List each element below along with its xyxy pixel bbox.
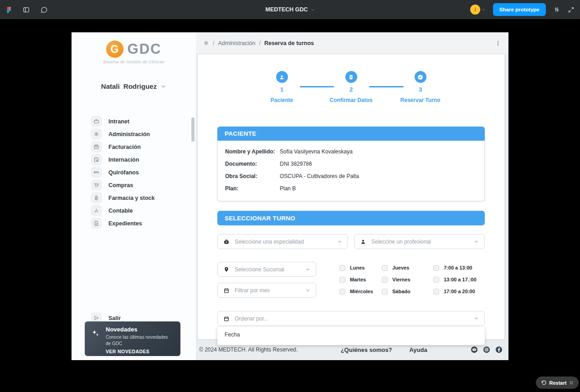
stepper: 1 Paciente 2 Confirmar Datos xyxy=(256,71,447,104)
specialty-professional-row: Seleccione una especialidad Selecci xyxy=(217,234,485,249)
specialty-placeholder: Seleccione una especialidad xyxy=(235,239,304,245)
checkbox-evening-slot[interactable]: 17:00 a 20:00 xyxy=(433,288,488,295)
reservation-panel: 1 Paciente 2 Confirmar Datos xyxy=(198,54,504,339)
restart-button[interactable]: Restart R xyxy=(536,377,579,389)
order-by-row: Ordenar por... xyxy=(217,311,485,326)
comment-icon[interactable] xyxy=(40,6,48,14)
branch-select[interactable]: Seleccione Sucursal xyxy=(217,262,316,277)
checkbox-viernes[interactable]: Viernes xyxy=(382,276,433,283)
logo-subtitle: Sistema de Gestión de Clínicas xyxy=(72,60,196,64)
field-value: DNI 3829786 xyxy=(280,158,312,170)
step-label: Paciente xyxy=(252,97,312,103)
breadcrumb-page: Reserva de turnos xyxy=(264,40,314,46)
sidebar-item-facturacion[interactable]: Facturación xyxy=(91,141,154,153)
sidebar-item-intranet[interactable]: Intranet xyxy=(91,116,154,127)
month-placeholder: Filtrar por mes xyxy=(235,287,270,294)
sidebar-item-expedientes[interactable]: Expedientes xyxy=(91,218,154,229)
checkbox[interactable] xyxy=(382,277,388,283)
breadcrumb-section[interactable]: Administración xyxy=(218,40,255,46)
patient-card-header: PACIENTE xyxy=(217,127,485,141)
social-links xyxy=(470,346,503,354)
specialty-select[interactable]: Seleccione una especialidad xyxy=(217,234,348,249)
checkbox-martes[interactable]: Martes xyxy=(339,276,382,283)
checkbox-lunes[interactable]: Lunes xyxy=(339,265,382,271)
news-cta-link[interactable]: VER NOVEDADES xyxy=(106,349,175,354)
checkbox[interactable] xyxy=(339,265,345,271)
sidebar-scrollbar[interactable] xyxy=(191,117,195,142)
kebab-menu-icon[interactable] xyxy=(495,40,501,46)
checkbox-jueves[interactable]: Jueves xyxy=(382,265,433,271)
avatar xyxy=(470,5,480,15)
patient-card-icon xyxy=(91,154,102,165)
calendar-icon xyxy=(223,316,230,322)
breadcrumb: / Administración / Reserva de turnos xyxy=(203,40,314,46)
patient-field-row: Obra Social: OSCUPA - Cultivadores de Pa… xyxy=(225,170,477,183)
order-by-placeholder: Ordenar por... xyxy=(235,316,268,322)
sidebar-item-quirofanos[interactable]: Quirófanos xyxy=(91,167,154,178)
professional-select[interactable]: Seleccine un profesional xyxy=(354,234,485,249)
user-menu[interactable]: Natali Rodriguez xyxy=(72,82,196,90)
checkbox[interactable] xyxy=(382,289,388,295)
order-by-select[interactable]: Ordenar por... xyxy=(217,311,485,326)
sidebar-item-farmacia[interactable]: Farmacia y stock xyxy=(91,192,154,204)
sidebar-item-compras[interactable]: Compras xyxy=(91,179,154,191)
sidebar-item-administracion[interactable]: Administración xyxy=(91,128,154,140)
checkbox[interactable] xyxy=(382,265,388,271)
chevron-down-icon xyxy=(482,8,486,11)
gdc-logo-icon: G xyxy=(106,41,123,58)
field-value: Plan B xyxy=(280,183,296,195)
checkbox[interactable] xyxy=(433,277,439,283)
field-label: Nombre y Apellido: xyxy=(225,146,280,158)
option-fecha[interactable]: Fecha xyxy=(225,331,477,338)
checkbox-afternoon-slot[interactable]: 13:00 a 17.:00 xyxy=(433,276,488,283)
step-label: Confirmar Datos xyxy=(322,97,381,103)
sidebar-item-contable[interactable]: Contable xyxy=(91,205,154,216)
checkbox-label: 7:00 a 13:00 xyxy=(444,265,472,270)
branch-placeholder: Seleccione Sucursal xyxy=(235,266,284,273)
chevron-down-icon xyxy=(474,239,479,244)
checkbox[interactable] xyxy=(433,265,439,271)
checkbox[interactable] xyxy=(339,289,345,295)
step-connector xyxy=(369,86,404,87)
checkbox-morning-slot[interactable]: 7:00 a 13:00 xyxy=(433,265,488,271)
screen: MEDTECH GDC Share prototype xyxy=(0,0,580,392)
checkbox[interactable] xyxy=(433,289,439,295)
checkbox-sabado[interactable]: Sábado xyxy=(382,288,433,295)
gear-icon xyxy=(203,40,209,46)
document-icon xyxy=(345,71,357,83)
news-card: Novedades Conoce las últimas novedades d… xyxy=(85,321,180,356)
figma-logo[interactable] xyxy=(5,6,12,13)
layout-toggle-icon[interactable] xyxy=(22,6,30,14)
youtube-icon[interactable] xyxy=(470,346,478,354)
prototype-title-menu[interactable]: MEDTECH GDC xyxy=(265,6,314,13)
facebook-icon[interactable] xyxy=(495,346,503,354)
fullscreen-icon[interactable] xyxy=(568,6,575,13)
checkbox-miercoles[interactable]: Miércoles xyxy=(339,288,382,295)
logo-text: GDC xyxy=(128,41,162,57)
user-avatar-menu[interactable] xyxy=(470,5,486,15)
checkbox-label: Lunes xyxy=(350,265,364,270)
instagram-icon[interactable] xyxy=(482,346,491,354)
app-logo: G GDC Sistema de Gestión de Clínicas xyxy=(72,41,196,64)
patient-field-row: Nombre y Apellido: Sofía Vasilyevna Kova… xyxy=(225,146,477,158)
filters-block: Seleccione Sucursal xyxy=(217,262,485,298)
sidebar-item-label: Facturación xyxy=(108,144,141,150)
sidebar-item-internacion[interactable]: Internación xyxy=(91,154,154,165)
news-body: Conoce las últimas novedades de GDC xyxy=(106,334,175,347)
sidebar-item-label: Intranet xyxy=(108,118,129,125)
briefcase-icon xyxy=(91,116,102,127)
restart-icon xyxy=(541,380,546,385)
checkbox[interactable] xyxy=(339,277,345,283)
field-label: Obra Social: xyxy=(225,170,280,183)
share-prototype-button[interactable]: Share prototype xyxy=(493,3,546,16)
about-link[interactable]: ¿Quiénes somos? xyxy=(341,346,392,353)
news-body-line1: Conoce las últimas novedades xyxy=(106,335,168,340)
step-label: Reservar Turno xyxy=(391,97,450,103)
month-filter-select[interactable]: Filtrar por mes xyxy=(217,283,316,298)
availability-checkbox-grid: Lunes Martes Miércoles xyxy=(339,265,488,298)
checkbox-label: 17:00 a 20:00 xyxy=(444,289,475,294)
help-link[interactable]: Ayuda xyxy=(409,346,427,353)
options-sliders-icon[interactable] xyxy=(553,6,560,13)
logout-label: Salir xyxy=(108,315,121,321)
step-connector xyxy=(300,86,334,87)
